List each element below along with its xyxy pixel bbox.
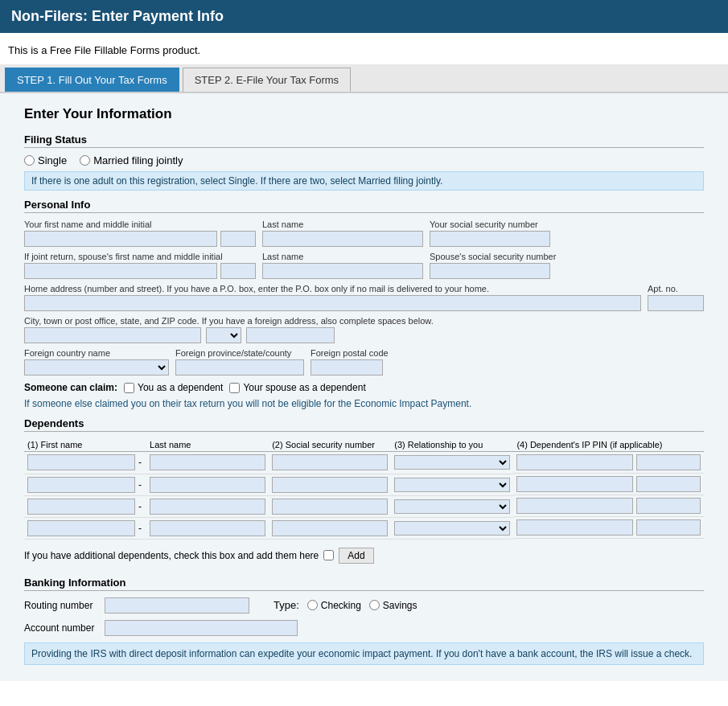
dep4-ssn[interactable]: [272, 520, 388, 536]
dep2-ssn[interactable]: [272, 477, 388, 493]
foreign-postal-input[interactable]: [311, 359, 383, 376]
routing-input[interactable]: [105, 597, 249, 614]
dep3-last[interactable]: [150, 499, 265, 515]
dep1-rel[interactable]: [394, 455, 510, 470]
savings-option[interactable]: Savings: [369, 600, 417, 611]
spouse-last-input[interactable]: [262, 263, 423, 279]
tab-step1[interactable]: STEP 1. Fill Out Your Tax Forms: [5, 68, 179, 92]
tabs-bar: STEP 1. Fill Out Your Tax Forms STEP 2. …: [0, 64, 728, 93]
personal-info-subsection: Personal Info: [24, 199, 704, 213]
apt-group: Apt. no.: [648, 284, 704, 311]
city-label: City, town or post office, state, and ZI…: [24, 316, 704, 326]
state-select[interactable]: [206, 327, 241, 343]
page-title: Non-Filers: Enter Payment Info: [11, 8, 224, 24]
dep3-ssn[interactable]: [272, 499, 388, 515]
checking-radio[interactable]: [307, 600, 318, 610]
dep3-pin[interactable]: [516, 498, 633, 514]
spouse-last-label: Last name: [262, 252, 423, 261]
first-name-input[interactable]: [24, 231, 217, 247]
form-section-title: Enter Your Information: [24, 106, 704, 122]
dep-col-first: (1) First name: [24, 438, 146, 452]
city-row: City, town or post office, state, and ZI…: [24, 316, 704, 343]
filing-status-row: Single Married filing jointly: [24, 154, 704, 166]
last-name-group: Last name: [262, 220, 423, 247]
last-name-label: Last name: [262, 220, 423, 229]
dep-col-ssn: (2) Social security number: [269, 438, 391, 452]
table-row: -: [24, 474, 704, 495]
foreign-province-label: Foreign province/state/county: [175, 348, 304, 358]
dep2-rel[interactable]: [394, 478, 510, 492]
spouse-ssn-label: Spouse's social security number: [430, 252, 556, 261]
ssn-input[interactable]: [430, 231, 550, 247]
zip-input[interactable]: [246, 327, 335, 343]
apt-input[interactable]: [648, 295, 704, 311]
tab-step2[interactable]: STEP 2. E-File Your Tax Forms: [183, 68, 351, 92]
single-radio[interactable]: [24, 155, 35, 166]
dep-col-last: Last name: [146, 438, 269, 452]
home-address-input[interactable]: [24, 295, 641, 311]
ssn-group: Your social security number: [430, 220, 550, 247]
claim-spouse-checkbox[interactable]: [229, 383, 240, 393]
checking-option[interactable]: Checking: [307, 600, 361, 611]
foreign-country-group: Foreign country name: [24, 348, 169, 376]
claim-you-checkbox[interactable]: [124, 383, 134, 393]
last-name-input[interactable]: [262, 231, 423, 247]
dep3-pin2[interactable]: [636, 498, 701, 514]
apt-label: Apt. no.: [648, 284, 704, 293]
spouse-ssn-input[interactable]: [430, 263, 550, 279]
claim-warning: If someone else claimed you on their tax…: [24, 398, 704, 409]
spouse-ssn-group: Spouse's social security number: [430, 252, 556, 279]
dep1-last[interactable]: [150, 454, 265, 470]
someone-claim-row: Someone can claim: You as a dependent Yo…: [24, 382, 704, 393]
dep4-pin2[interactable]: [636, 519, 701, 536]
married-option[interactable]: Married filing jointly: [80, 154, 183, 166]
dep1-pin2[interactable]: [636, 454, 701, 470]
middle-initial-input[interactable]: [220, 231, 256, 247]
married-radio[interactable]: [80, 155, 90, 166]
dep1-pin[interactable]: [516, 454, 633, 470]
ssn-label: Your social security number: [430, 220, 550, 229]
dep4-rel[interactable]: [394, 521, 510, 536]
foreign-postal-group: Foreign postal code: [311, 348, 389, 376]
account-row: Account number: [24, 620, 704, 636]
first-name-label: Your first name and middle initial: [24, 220, 256, 229]
dep1-first[interactable]: [27, 454, 135, 470]
add-dep-checkbox[interactable]: [323, 550, 334, 560]
routing-row: Routing number Type: Checking Savings: [24, 597, 704, 614]
dep1-ssn[interactable]: [272, 454, 388, 470]
foreign-province-input[interactable]: [175, 359, 304, 376]
dep2-last[interactable]: [150, 477, 265, 493]
add-dependents-row: If you have additional dependents, check…: [24, 548, 704, 564]
dep3-first[interactable]: [27, 499, 135, 515]
page-subtitle: This is a Free File Fillable Forms produ…: [0, 33, 728, 64]
spouse-first-input[interactable]: [24, 263, 217, 279]
dep4-pin[interactable]: [516, 519, 633, 536]
dep4-first[interactable]: [27, 520, 135, 536]
table-row: -: [24, 517, 704, 539]
filing-status-info: If there is one adult on this registrati…: [24, 171, 704, 191]
add-dep-text: If you have additional dependents, check…: [24, 550, 319, 561]
dep2-pin[interactable]: [516, 476, 633, 492]
routing-label: Routing number: [24, 600, 97, 611]
page-header: Non-Filers: Enter Payment Info: [0, 0, 728, 33]
type-label: Type:: [274, 599, 299, 611]
foreign-country-select[interactable]: [24, 359, 169, 376]
claim-spouse-label[interactable]: Your spouse as a dependent: [229, 382, 365, 393]
city-input[interactable]: [24, 327, 201, 343]
spouse-middle-input[interactable]: [220, 263, 256, 279]
claim-you-label[interactable]: You as a dependent: [124, 382, 223, 393]
spouse-last-group: Last name: [262, 252, 423, 279]
home-address-group: Home address (number and street). If you…: [24, 284, 641, 311]
dep2-pin2[interactable]: [636, 476, 701, 492]
single-option[interactable]: Single: [24, 154, 67, 166]
dep3-rel[interactable]: [394, 499, 510, 514]
dep2-first[interactable]: [27, 477, 135, 493]
dep4-last[interactable]: [150, 520, 265, 536]
address-row: Home address (number and street). If you…: [24, 284, 704, 311]
content-area: Enter Your Information Filing Status Sin…: [0, 93, 728, 681]
account-input[interactable]: [105, 620, 298, 636]
savings-radio[interactable]: [369, 600, 380, 610]
banking-subsection: Banking Information: [24, 577, 704, 591]
add-dep-button[interactable]: Add: [339, 548, 373, 564]
home-address-label: Home address (number and street). If you…: [24, 284, 641, 293]
